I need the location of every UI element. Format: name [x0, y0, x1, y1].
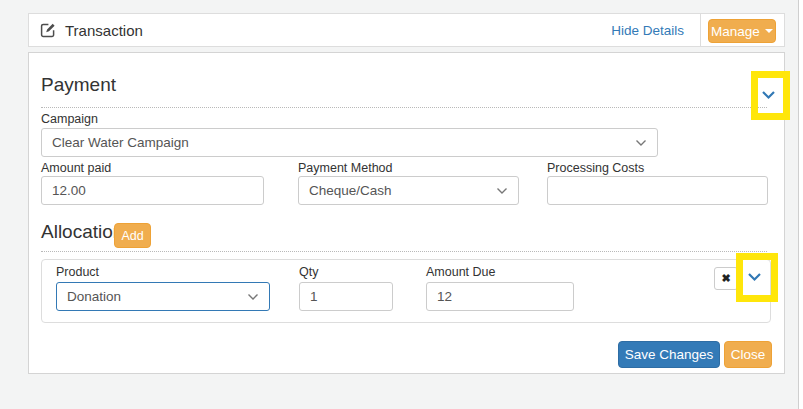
caret-down-icon: [765, 29, 773, 33]
page-edge-strip: [799, 0, 803, 409]
campaign-label: Campaign: [41, 112, 98, 126]
payment-section-heading: Payment: [41, 74, 116, 96]
edit-pencil-square-icon: [40, 22, 56, 38]
allocation-section-heading: Allocation: [41, 221, 123, 243]
manage-button[interactable]: Manage: [708, 19, 776, 43]
qty-label: Qty: [299, 265, 318, 279]
add-allocation-button[interactable]: Add: [114, 223, 151, 248]
transaction-panel-header: Transaction Hide Details Manage: [28, 13, 785, 47]
transaction-panel-body: Payment Campaign Clear Water Campaign Am…: [28, 52, 785, 374]
product-select-value: Donation: [67, 289, 121, 304]
page: Transaction Hide Details Manage Payment …: [0, 0, 803, 409]
manage-button-label: Manage: [711, 24, 760, 39]
allocation-section-divider: [41, 251, 767, 252]
payment-method-select-value: Cheque/Cash: [309, 183, 392, 198]
processing-costs-input[interactable]: [547, 176, 768, 205]
payment-section-divider: [41, 107, 767, 108]
campaign-select[interactable]: Clear Water Campaign: [41, 128, 658, 157]
amount-due-input[interactable]: [426, 282, 574, 311]
chevron-down-icon: [247, 293, 259, 301]
payment-method-label: Payment Method: [298, 161, 393, 175]
product-select[interactable]: Donation: [56, 282, 270, 311]
chevron-down-icon: [635, 139, 647, 147]
panel-title: Transaction: [65, 22, 143, 39]
amount-paid-label: Amount paid: [41, 161, 111, 175]
payment-method-select[interactable]: Cheque/Cash: [298, 176, 519, 205]
header-divider: [700, 14, 701, 46]
qty-input[interactable]: [299, 282, 393, 311]
campaign-select-value: Clear Water Campaign: [52, 135, 189, 150]
processing-costs-label: Processing Costs: [547, 161, 644, 175]
close-button[interactable]: Close: [724, 341, 772, 368]
payment-chevron-highlight-box: [751, 71, 790, 120]
amount-due-label: Amount Due: [426, 265, 495, 279]
allocation-chevron-highlight-box: [736, 253, 778, 302]
x-cross-icon: ✖: [721, 272, 730, 285]
remove-allocation-button[interactable]: ✖: [714, 267, 738, 290]
hide-details-link[interactable]: Hide Details: [611, 14, 684, 46]
amount-paid-input[interactable]: [41, 176, 264, 205]
product-label: Product: [56, 265, 99, 279]
chevron-down-icon: [496, 187, 508, 195]
save-changes-button[interactable]: Save Changes: [618, 341, 720, 368]
panel-title-wrap: Transaction: [40, 14, 143, 46]
